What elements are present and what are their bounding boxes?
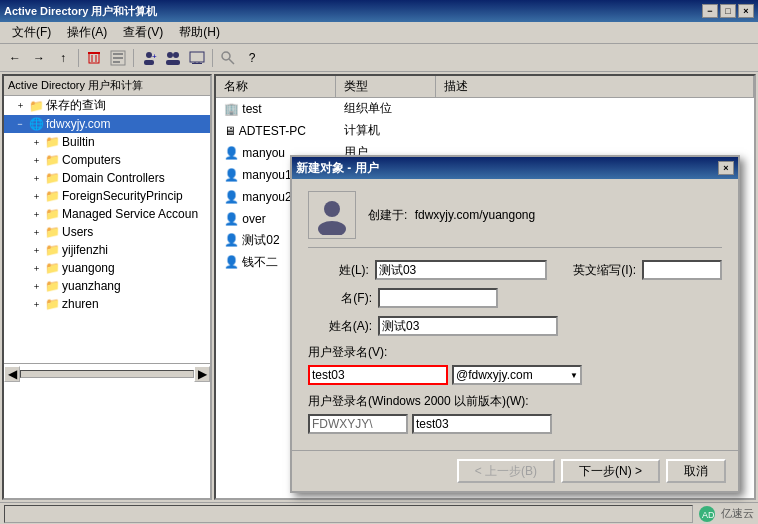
menu-view[interactable]: 查看(V) [115, 22, 171, 43]
last-name-label: 姓(L): [308, 262, 375, 279]
expand-saved-queries[interactable]: ＋ [12, 98, 28, 114]
cancel-button[interactable]: 取消 [666, 459, 726, 483]
win2000-prefix-input[interactable] [308, 414, 408, 434]
tree-item-saved-queries[interactable]: ＋ 📁 保存的查询 [4, 96, 210, 115]
tree-item-yuanzhang[interactable]: ＋ 📁 yuanzhang [4, 277, 210, 295]
tree-item-builtin[interactable]: ＋ 📁 Builtin [4, 133, 210, 151]
full-name-input[interactable] [378, 316, 558, 336]
tree-item-yuangong[interactable]: ＋ 📁 yuangong [4, 259, 210, 277]
toolbar-user-new[interactable]: + [138, 47, 160, 69]
toolbar-search[interactable] [217, 47, 239, 69]
title-bar: Active Directory 用户和计算机 − □ × [0, 0, 758, 22]
expand-zhuren[interactable]: ＋ [28, 296, 44, 312]
col-header-name[interactable]: 名称 [216, 76, 336, 97]
toolbar-properties[interactable] [107, 47, 129, 69]
back-button[interactable]: < 上一步(B) [457, 459, 555, 483]
label-builtin: Builtin [60, 135, 95, 149]
win2000-row [308, 414, 722, 434]
menu-file[interactable]: 文件(F) [4, 22, 59, 43]
svg-point-19 [222, 52, 230, 60]
svg-line-20 [229, 59, 234, 64]
dialog-footer: < 上一步(B) 下一步(N) > 取消 [292, 450, 738, 491]
expand-managed[interactable]: ＋ [28, 206, 44, 222]
domain-dropdown[interactable]: @fdwxyjy.com ▼ [452, 365, 582, 385]
maximize-button[interactable]: □ [720, 4, 736, 18]
win2000-value-input[interactable] [412, 414, 552, 434]
user-avatar-icon [308, 191, 356, 239]
svg-rect-1 [89, 53, 99, 63]
full-name-label: 姓名(A): [308, 318, 378, 335]
last-name-input[interactable] [375, 260, 547, 280]
new-user-dialog[interactable]: 新建对象 - 用户 × 创建于: fdwxyjy.com/yuangong [290, 155, 740, 493]
icon-users: 📁 [44, 224, 60, 240]
expand-users[interactable]: ＋ [28, 224, 44, 240]
menu-action[interactable]: 操作(A) [59, 22, 115, 43]
expand-dc[interactable]: ＋ [28, 170, 44, 186]
dropdown-arrow-icon: ▼ [570, 371, 578, 380]
tree-item-foreignsec[interactable]: ＋ 📁 ForeignSecurityPrincip [4, 187, 210, 205]
logo-icon: AD [697, 504, 717, 524]
user-info-section: 创建于: fdwxyjy.com/yuangong [308, 191, 722, 248]
last-name-row: 姓(L): 英文缩写(I): [308, 260, 722, 280]
english-abbr-input[interactable] [642, 260, 722, 280]
icon-yijifenzhi: 📁 [44, 242, 60, 258]
english-abbr-label: 英文缩写(I): [566, 262, 642, 279]
expand-yuangong[interactable]: ＋ [28, 260, 44, 276]
label-yijifenzhi: yijifenzhi [60, 243, 108, 257]
toolbar-forward[interactable]: → [28, 47, 50, 69]
list-cell-name: 🖥 ADTEST-PC [216, 123, 336, 139]
dialog-close-button[interactable]: × [718, 161, 734, 175]
minimize-button[interactable]: − [702, 4, 718, 18]
tree-item-yijifenzhi[interactable]: ＋ 📁 yijifenzhi [4, 241, 210, 259]
expand-builtin[interactable]: ＋ [28, 134, 44, 150]
window-title: Active Directory 用户和计算机 [4, 4, 157, 19]
svg-text:AD: AD [702, 510, 715, 520]
expand-yuanzhang[interactable]: ＋ [28, 278, 44, 294]
svg-point-13 [173, 52, 179, 58]
icon-yuanzhang: 📁 [44, 278, 60, 294]
toolbar-help[interactable]: ? [241, 47, 263, 69]
icon-yuangong: 📁 [44, 260, 60, 276]
first-name-input[interactable] [378, 288, 498, 308]
toolbar-delete[interactable] [83, 47, 105, 69]
tree-item-managed[interactable]: ＋ 📁 Managed Service Accoun [4, 205, 210, 223]
col-header-desc[interactable]: 描述 [436, 76, 754, 97]
expand-domain[interactable]: − [12, 116, 28, 132]
first-name-label: 名(F): [308, 290, 378, 307]
expand-foreignsec[interactable]: ＋ [28, 188, 44, 204]
menu-help[interactable]: 帮助(H) [171, 22, 228, 43]
icon-domain: 🌐 [28, 116, 44, 132]
tree-item-computers[interactable]: ＋ 📁 Computers [4, 151, 210, 169]
expand-computers[interactable]: ＋ [28, 152, 44, 168]
icon-computers: 📁 [44, 152, 60, 168]
tree-item-zhuren[interactable]: ＋ 📁 zhuren [4, 295, 210, 313]
tree-item-users[interactable]: ＋ 📁 Users [4, 223, 210, 241]
toolbar-up[interactable]: ↑ [52, 47, 74, 69]
dialog-title: 新建对象 - 用户 [296, 160, 379, 177]
list-cell-type: 计算机 [336, 121, 436, 140]
watermark-text: 亿速云 [721, 506, 754, 521]
list-item[interactable]: 🖥 ADTEST-PC 计算机 [216, 120, 754, 142]
tree-item-domain[interactable]: − 🌐 fdwxyjy.com [4, 115, 210, 133]
svg-point-23 [324, 201, 340, 217]
tree-header: Active Directory 用户和计算 [4, 76, 210, 96]
login-name-input[interactable] [308, 365, 448, 385]
next-button[interactable]: 下一步(N) > [561, 459, 660, 483]
list-cell-name: 🏢 test [216, 101, 336, 117]
status-left [4, 505, 693, 523]
toolbar-back[interactable]: ← [4, 47, 26, 69]
svg-rect-6 [113, 53, 123, 55]
svg-text:+: + [152, 52, 157, 61]
label-domain: fdwxyjy.com [44, 117, 110, 131]
list-header: 名称 类型 描述 [216, 76, 754, 98]
label-foreignsec: ForeignSecurityPrincip [60, 189, 183, 203]
toolbar-group-new[interactable] [162, 47, 184, 69]
tree-item-dc[interactable]: ＋ 📁 Domain Controllers [4, 169, 210, 187]
col-header-type[interactable]: 类型 [336, 76, 436, 97]
expand-yijifenzhi[interactable]: ＋ [28, 242, 44, 258]
close-button[interactable]: × [738, 4, 754, 18]
toolbar-computer[interactable] [186, 47, 208, 69]
list-item[interactable]: 🏢 test 组织单位 [216, 98, 754, 120]
dialog-body: 创建于: fdwxyjy.com/yuangong 姓(L): 英文缩写(I):… [292, 179, 738, 446]
list-cell-desc [436, 130, 754, 132]
